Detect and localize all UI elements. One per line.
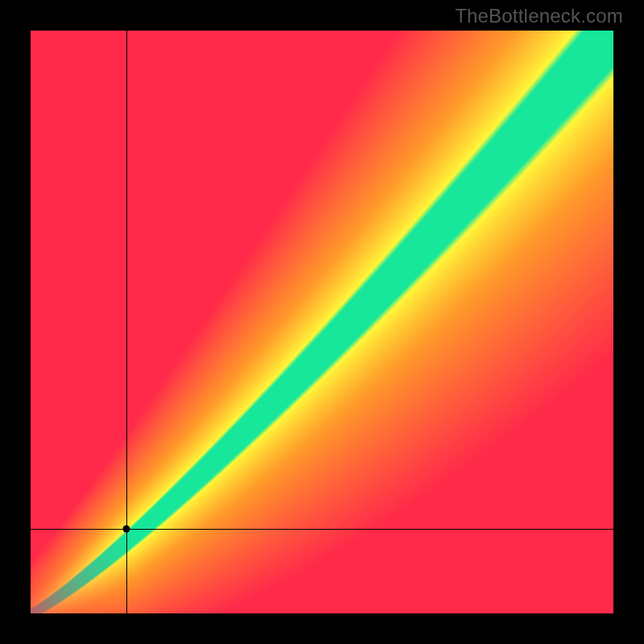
bottleneck-heatmap	[31, 31, 613, 613]
plot-area	[31, 31, 613, 613]
chart-frame: TheBottleneck.com	[0, 0, 644, 644]
watermark-text: TheBottleneck.com	[455, 5, 623, 27]
